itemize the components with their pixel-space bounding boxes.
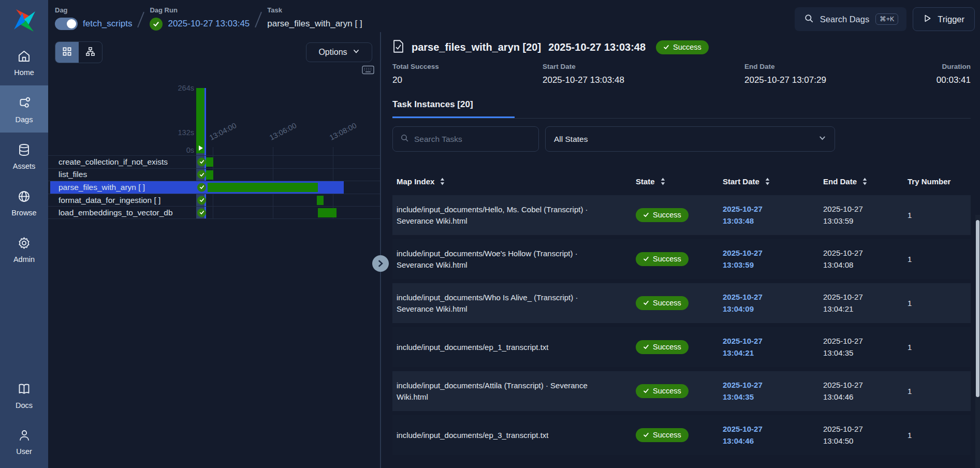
dag-pause-toggle[interactable] (55, 18, 78, 30)
gantt-task-name[interactable]: create_collection_if_not_exists (58, 157, 168, 167)
start-date-link[interactable]: 2025-10-2713:03:59 (706, 247, 809, 271)
tab-task-instances[interactable]: Task Instances [20] (392, 99, 515, 118)
gantt-task-name[interactable]: load_embeddings_to_vector_db (58, 208, 173, 217)
sidebar-item-label: Home (14, 68, 34, 77)
state-filter-select[interactable]: All States (545, 126, 835, 152)
status-badge: Success (636, 340, 689, 354)
search-tasks-input[interactable] (414, 135, 531, 144)
start-date-link[interactable]: 2025-10-2713:04:46 (706, 423, 809, 447)
sort-icon[interactable] (439, 177, 446, 186)
dags-icon (17, 96, 32, 110)
breadcrumb: Dag fetch_scripts Dag Run 2025-10-27 13:… (55, 6, 362, 31)
end-date-cell: 2025-10-2713:04:46 (809, 379, 908, 403)
status-badge: Success (636, 384, 689, 398)
search-dags-button[interactable]: Search Dags ⌘+K (795, 7, 907, 31)
map-index-cell: include/input_documents/ep_3_transcript.… (392, 430, 620, 441)
gantt-task-name[interactable]: format_data_for_ingestion [ ] (58, 196, 160, 205)
status-badge-label: Success (653, 299, 681, 307)
sort-icon[interactable] (764, 177, 771, 186)
dag-label: Dag (55, 6, 132, 14)
dag-name-link[interactable]: fetch_scripts (83, 19, 132, 29)
sidebar-item-browse[interactable]: Browse (0, 179, 48, 226)
duration-axis-tick: 264s (169, 84, 194, 92)
start-date-link[interactable]: 2025-10-2713:04:09 (706, 291, 809, 315)
grid-view-button[interactable] (55, 42, 79, 63)
graph-view-button[interactable] (79, 42, 102, 63)
airflow-logo-icon[interactable] (12, 0, 37, 39)
gantt-row-create-collection[interactable]: create_collection_if_not_exists (48, 155, 380, 168)
grid-icon (62, 47, 72, 58)
gantt-task-bar[interactable] (206, 170, 213, 180)
table-row[interactable]: include/input_documents/Hello, Ms. Cobel… (392, 195, 971, 235)
stat-value: 2025-10-27 13:03:48 (543, 75, 744, 85)
column-header-start-date: Start Date (723, 177, 759, 186)
table-row[interactable]: include/input_documents/Attila (Transcri… (392, 371, 971, 411)
gantt-task-bar[interactable] (318, 208, 337, 217)
dag-run-link[interactable]: 2025-10-27 13:03:45 (168, 19, 250, 29)
duration-axis-tick: 132s (169, 128, 194, 137)
sort-icon[interactable] (660, 177, 666, 186)
status-badge: Success (636, 252, 689, 266)
sort-icon[interactable] (861, 177, 868, 186)
time-axis-tick: 13:04:00 (208, 121, 238, 142)
table-filters: All States (392, 126, 971, 152)
sidebar-item-docs[interactable]: Docs (0, 372, 48, 418)
options-dropdown[interactable]: Options (306, 42, 372, 62)
state-cell: Success (620, 296, 706, 310)
scrollbar-thumb[interactable] (976, 220, 979, 397)
end-date-cell: 2025-10-2713:04:08 (809, 247, 908, 271)
trigger-label: Trigger (938, 14, 964, 24)
column-header-state: State (636, 177, 655, 186)
sidebar-item-dags[interactable]: Dags (0, 85, 48, 133)
gantt-task-rows: create_collection_if_not_exists list_fil… (48, 155, 380, 219)
try-number-cell: 1 (908, 431, 971, 440)
state-cell: Success (620, 208, 706, 222)
table-body: include/input_documents/Hello, Ms. Cobel… (392, 195, 971, 455)
gantt-row-format-data[interactable]: format_data_for_ingestion [ ] (48, 194, 380, 207)
duration-axis-tick: 0s (169, 146, 194, 154)
column-header-end-date: End Date (823, 177, 857, 186)
end-date-cell: 2025-10-2713:04:50 (809, 423, 908, 447)
table-header: Map Index State Start Date End Date Try … (392, 167, 971, 195)
stat-start-date: Start Date 2025-10-27 13:03:48 (543, 63, 744, 85)
sidebar-item-admin[interactable]: Admin (0, 226, 48, 272)
task-success-check-icon (197, 157, 206, 166)
table-row[interactable]: include/input_documents/ep_1_transcript.… (392, 327, 971, 367)
trigger-button[interactable]: Trigger (913, 7, 975, 31)
sidebar-item-assets[interactable]: Assets (0, 133, 48, 179)
gantt-task-bar[interactable] (206, 157, 213, 167)
gantt-panel: Options 264s 132s 0s 13:04:00 13:06:00 1… (48, 32, 380, 468)
task-value: parse_files_with_aryn [ ] (267, 19, 362, 29)
task-document-icon (392, 39, 404, 55)
table-row[interactable]: include/input_documents/Woe's Hollow (Tr… (392, 239, 971, 279)
gantt-task-name[interactable]: parse_files_with_aryn [ ] (58, 183, 145, 192)
dag-run-duration-bar[interactable] (196, 88, 206, 153)
try-number-cell: 1 (908, 299, 971, 308)
start-date-link[interactable]: 2025-10-2713:04:21 (706, 335, 809, 359)
keyboard-shortcuts-icon[interactable] (362, 65, 374, 77)
status-badge-label: Success (653, 387, 681, 395)
gantt-row-load-embeddings[interactable]: load_embeddings_to_vector_db (48, 206, 380, 219)
start-date-link[interactable]: 2025-10-2713:03:48 (706, 203, 809, 227)
task-detail-panel: parse_files_with_aryn [20] 2025-10-27 13… (381, 32, 980, 468)
task-success-check-icon (197, 208, 206, 217)
table-row[interactable]: include/input_documents/ep_3_transcript.… (392, 415, 971, 455)
stat-total-success: Total Success 20 (392, 63, 543, 85)
panel-expand-button[interactable] (372, 255, 389, 272)
gantt-task-bar[interactable] (208, 183, 318, 192)
search-shortcut-badge: ⌘+K (875, 13, 898, 25)
gantt-row-list-files[interactable]: list_files (48, 168, 380, 181)
gantt-task-name[interactable]: list_files (58, 170, 87, 179)
gantt-task-bar[interactable] (317, 196, 324, 205)
sidebar-item-user[interactable]: User (0, 418, 48, 468)
sidebar-item-home[interactable]: Home (0, 39, 48, 85)
table-row[interactable]: include/input_documents/Who Is Alive_ (T… (392, 283, 971, 323)
breadcrumb-dag: Dag fetch_scripts (55, 6, 132, 31)
task-success-check-icon (197, 183, 206, 192)
column-header-map-index: Map Index (397, 177, 434, 186)
time-axis-tick: 13:06:00 (268, 121, 298, 142)
stat-label: End Date (744, 63, 937, 70)
gantt-row-parse-files-selected[interactable]: parse_files_with_aryn [ ] (48, 181, 380, 194)
chevron-down-icon (818, 134, 826, 144)
start-date-link[interactable]: 2025-10-2713:04:35 (706, 379, 809, 403)
